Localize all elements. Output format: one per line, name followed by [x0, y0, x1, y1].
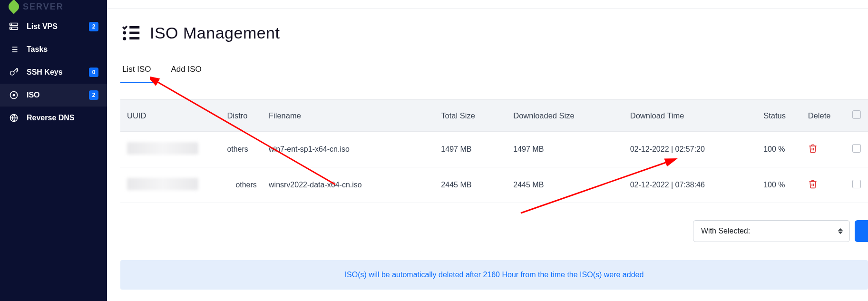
delete-button[interactable]	[808, 179, 818, 189]
info-banner: ISO(s) will be automatically deleted aft…	[120, 260, 868, 290]
th-download-time: Download Time	[624, 100, 757, 132]
cell-download-time: 02-12-2022 | 02:57:20	[624, 132, 757, 167]
svg-rect-15	[129, 26, 139, 29]
th-filename: Filename	[262, 100, 434, 132]
cell-distro: others	[220, 132, 262, 167]
checkbox-icon[interactable]	[852, 110, 861, 119]
cell-uuid	[120, 167, 220, 203]
sidebar-item-label: ISO	[27, 91, 89, 99]
page-title-row: ISO Management	[120, 23, 868, 43]
topbar	[107, 0, 868, 9]
brand-logo-icon	[6, 0, 21, 14]
tab-label: List ISO	[122, 65, 151, 74]
brand: SERVER	[0, 0, 107, 13]
cell-status: 100 %	[757, 167, 801, 203]
sidebar-item-badge: 2	[89, 90, 98, 100]
bulk-action-select[interactable]: With Selected:	[693, 220, 850, 242]
bulk-action-placeholder: With Selected:	[701, 227, 750, 235]
bulk-action-row: With Selected:	[120, 220, 868, 242]
th-downloaded-size: Downloaded Size	[507, 100, 623, 132]
svg-point-12	[13, 94, 14, 96]
svg-rect-19	[129, 37, 139, 39]
sidebar-item-list-vps[interactable]: List VPS 2	[0, 15, 107, 38]
cell-checkbox	[846, 132, 868, 167]
sidebar-item-label: SSH Keys	[27, 68, 89, 77]
table-row: others win7-ent-sp1-x64-cn.iso 1497 MB 1…	[120, 132, 868, 167]
cell-distro: others	[220, 167, 262, 203]
cell-downloaded-size: 2445 MB	[507, 167, 623, 203]
svg-rect-17	[129, 32, 139, 34]
select-caret-icon	[838, 228, 843, 234]
table-header-row: UUID Distro Filename Total Size Download…	[120, 100, 868, 132]
cell-delete	[801, 167, 846, 203]
th-status: Status	[757, 100, 801, 132]
trash-icon	[808, 179, 818, 189]
cell-total-size: 1497 MB	[434, 132, 507, 167]
th-uuid: UUID	[120, 100, 220, 132]
cell-filename: winsrv2022-data-x64-cn.iso	[262, 167, 434, 203]
disc-icon	[9, 90, 19, 100]
svg-point-3	[11, 28, 12, 29]
sidebar-item-label: Tasks	[27, 45, 98, 54]
nav-list: List VPS 2 Tasks SSH Keys 0 ISO 2	[0, 15, 107, 129]
row-checkbox[interactable]	[852, 180, 861, 188]
checklist-icon	[120, 23, 140, 43]
info-banner-text: ISO(s) will be automatically deleted aft…	[345, 271, 644, 279]
svg-point-2	[11, 24, 12, 25]
th-total-size: Total Size	[434, 100, 507, 132]
tab-add-iso[interactable]: Add ISO	[169, 65, 203, 83]
cell-total-size: 2445 MB	[434, 167, 507, 203]
key-icon	[9, 68, 19, 77]
tab-label: Add ISO	[171, 65, 201, 74]
content: ISO Management List ISO Add ISO UUID Dis…	[107, 9, 868, 290]
cell-checkbox	[846, 167, 868, 203]
table-row: others winsrv2022-data-x64-cn.iso 2445 M…	[120, 167, 868, 203]
th-distro: Distro	[220, 100, 262, 132]
redacted-text	[127, 178, 198, 190]
page-title: ISO Management	[150, 24, 280, 42]
cell-downloaded-size: 1497 MB	[507, 132, 623, 167]
svg-point-18	[123, 37, 126, 40]
sidebar-item-tasks[interactable]: Tasks	[0, 38, 107, 61]
brand-text: SERVER	[23, 2, 64, 12]
cell-status: 100 %	[757, 132, 801, 167]
sidebar-item-badge: 0	[89, 68, 98, 77]
cell-delete	[801, 132, 846, 167]
sidebar: SERVER List VPS 2 Tasks SSH Keys 0	[0, 0, 107, 301]
globe-icon	[9, 113, 19, 123]
svg-point-16	[123, 31, 126, 35]
tab-list-iso[interactable]: List ISO	[120, 65, 153, 83]
tabs: List ISO Add ISO	[120, 65, 868, 83]
cell-download-time: 02-12-2022 | 07:38:46	[624, 167, 757, 203]
main: ISO Management List ISO Add ISO UUID Dis…	[107, 0, 868, 301]
th-select-all[interactable]	[846, 100, 868, 132]
sidebar-item-badge: 2	[89, 22, 98, 31]
th-delete: Delete	[801, 100, 846, 132]
cell-filename: win7-ent-sp1-x64-cn.iso	[262, 132, 434, 167]
sidebar-item-iso[interactable]: ISO 2	[0, 84, 107, 107]
trash-icon	[808, 144, 818, 153]
row-checkbox[interactable]	[852, 144, 861, 153]
bulk-action-submit[interactable]	[855, 220, 868, 242]
tasks-icon	[9, 45, 19, 54]
sidebar-item-ssh-keys[interactable]: SSH Keys 0	[0, 61, 107, 84]
sidebar-item-label: List VPS	[27, 22, 89, 31]
svg-point-10	[10, 71, 14, 75]
cell-uuid	[120, 132, 220, 167]
iso-table-wrap: UUID Distro Filename Total Size Download…	[120, 99, 868, 203]
sidebar-item-label: Reverse DNS	[27, 114, 98, 122]
iso-table: UUID Distro Filename Total Size Download…	[120, 100, 868, 203]
delete-button[interactable]	[808, 144, 818, 153]
redacted-text	[127, 142, 198, 155]
sidebar-item-reverse-dns[interactable]: Reverse DNS	[0, 107, 107, 129]
server-icon	[9, 22, 19, 31]
